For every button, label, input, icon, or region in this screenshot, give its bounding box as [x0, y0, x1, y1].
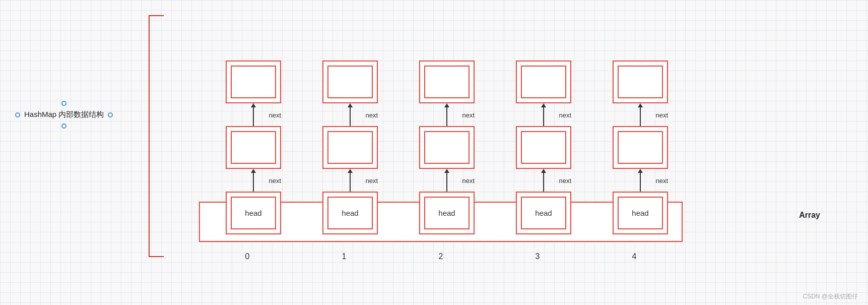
arrowhead-0-2	[251, 103, 256, 107]
column-3: next next head	[516, 60, 571, 234]
arrowhead-3-2	[541, 103, 546, 107]
arrow-3-1: next	[533, 169, 554, 192]
arrow-2-2: next	[437, 103, 457, 126]
node-outer-4-1	[613, 126, 668, 169]
node-box-3-2	[521, 66, 566, 98]
arrowline-0-2	[253, 107, 254, 126]
node-box-3-1	[521, 131, 566, 164]
arrow-4-2: next	[630, 103, 650, 126]
column-4: next next head	[613, 60, 668, 234]
hashmap-label: HashMap 内部数据结构	[15, 110, 113, 119]
node-outer-0-2	[226, 60, 281, 103]
next-label-2-1: next	[462, 176, 475, 184]
arrowhead-3-1	[541, 169, 546, 173]
index-0: 0	[199, 252, 296, 261]
arrowline-1-2	[350, 107, 351, 126]
node-outer-3-1	[516, 126, 571, 169]
watermark: CSDN @全栈切图仔	[803, 292, 858, 301]
head-label-0: head	[245, 209, 261, 217]
bracket	[149, 15, 164, 257]
node-box-3-0: head	[521, 197, 566, 229]
arrow-2-1: next	[437, 169, 457, 192]
node-outer-2-2	[419, 60, 475, 103]
node-outer-4-2	[613, 60, 668, 103]
hashmap-title: HashMap 内部数据结构	[24, 110, 104, 119]
head-label-2: head	[438, 209, 455, 217]
head-label-1: head	[342, 209, 358, 217]
arrowline-3-2	[543, 107, 544, 126]
column-1: next next head	[322, 60, 378, 234]
node-outer-1-2	[322, 60, 378, 103]
node-outer-1-1	[322, 126, 378, 169]
arrowhead-0-1	[251, 169, 256, 173]
arrowline-1-1	[350, 173, 351, 192]
node-box-1-0: head	[327, 197, 373, 229]
next-label-0-2: next	[269, 111, 281, 118]
arrowline-4-2	[640, 107, 641, 126]
node-box-1-1	[327, 131, 373, 164]
arrow-1-1: next	[340, 169, 360, 192]
arrow-1-2: next	[340, 103, 360, 126]
node-outer-2-1	[419, 126, 475, 169]
node-outer-0-1	[226, 126, 281, 169]
index-4: 4	[586, 252, 683, 261]
arrowhead-2-2	[444, 103, 449, 107]
next-label-1-1: next	[365, 176, 378, 184]
node-box-0-1	[231, 131, 276, 164]
column-2: next next head	[419, 60, 475, 234]
index-labels: 0 1 2 3 4	[199, 252, 683, 261]
node-box-1-2	[327, 66, 373, 98]
node-box-4-2	[618, 66, 663, 98]
arrowline-3-1	[543, 173, 544, 192]
arrow-4-1: next	[630, 169, 650, 192]
index-1: 1	[296, 252, 392, 261]
arrowhead-4-1	[638, 169, 643, 173]
node-outer-0-0: head	[226, 192, 281, 234]
node-box-2-1	[424, 131, 470, 164]
next-label-4-2: next	[655, 111, 668, 118]
arrowhead-4-2	[638, 103, 643, 107]
node-outer-3-0: head	[516, 192, 571, 234]
arrowline-2-2	[446, 107, 447, 126]
canvas: HashMap 内部数据结构 Array next next	[0, 0, 868, 305]
arrowline-4-1	[640, 173, 641, 192]
dot-right	[108, 112, 113, 117]
arrowline-2-1	[446, 173, 447, 192]
dot-left	[15, 112, 20, 117]
arrowhead-1-1	[348, 169, 353, 173]
left-label-group: HashMap 内部数据结构	[15, 101, 113, 129]
node-box-2-2	[424, 66, 470, 98]
head-label-4: head	[632, 209, 648, 217]
arrow-0-1: next	[243, 169, 263, 192]
next-label-0-1: next	[269, 176, 281, 184]
arrow-3-2: next	[533, 103, 554, 126]
arrowhead-2-1	[444, 169, 449, 173]
node-box-2-0: head	[424, 197, 470, 229]
node-outer-2-0: head	[419, 192, 475, 234]
dot-bottom	[61, 124, 66, 129]
next-label-4-1: next	[655, 176, 668, 184]
index-2: 2	[392, 252, 489, 261]
next-label-3-2: next	[559, 111, 571, 118]
arrow-0-2: next	[243, 103, 263, 126]
node-outer-1-0: head	[322, 192, 378, 234]
dot-top	[61, 101, 66, 106]
index-3: 3	[489, 252, 586, 261]
node-box-4-1	[618, 131, 663, 164]
next-label-3-1: next	[559, 176, 571, 184]
next-label-2-2: next	[462, 111, 475, 118]
node-outer-3-2	[516, 60, 571, 103]
node-box-0-0: head	[231, 197, 276, 229]
node-box-0-2	[231, 66, 276, 98]
node-box-4-0: head	[618, 197, 663, 229]
next-label-1-2: next	[365, 111, 378, 118]
head-label-3: head	[535, 209, 552, 217]
arrowline-0-1	[253, 173, 254, 192]
arrowhead-1-2	[348, 103, 353, 107]
array-label: Array	[799, 211, 820, 220]
column-0: next next head	[226, 60, 281, 234]
node-outer-4-0: head	[613, 192, 668, 234]
